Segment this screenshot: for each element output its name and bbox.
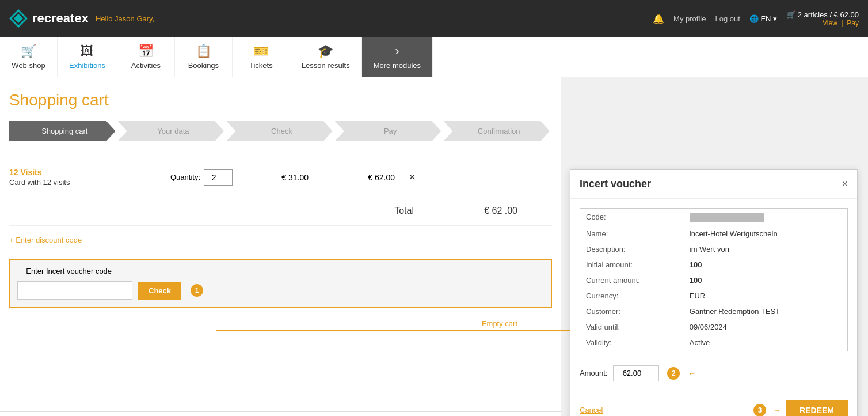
item-title: 12 Visits — [9, 168, 170, 177]
initial-amount-value: 100 — [685, 258, 846, 272]
empty-cart-row: Empty cart — [9, 312, 552, 328]
my-profile-link[interactable]: My profile — [673, 14, 706, 23]
empty-cart-link[interactable]: Empty cart — [482, 319, 517, 328]
voucher-minus: − — [17, 267, 22, 275]
name-label: Name: — [581, 226, 684, 241]
voucher-valid-until-row: Valid until: 09/06/2024 — [581, 320, 846, 334]
bell-icon[interactable]: 🔔 — [653, 13, 664, 24]
current-amount-value: 100 — [685, 273, 846, 288]
module-navigation: 🛒 Web shop 🖼 Exhibitions 📅 Activities 📋 … — [0, 37, 868, 77]
step-check: Check — [226, 121, 333, 141]
sidebar-item-bookings[interactable]: 📋 Bookings — [175, 37, 233, 77]
voucher-input-row: Check 1 — [17, 281, 544, 300]
voucher-input[interactable] — [17, 281, 132, 300]
voucher-info-table: Code: Name: incert-Hotel Wertgutschein D… — [580, 209, 847, 351]
valid-until-label: Valid until: — [581, 320, 684, 334]
discount-code-link[interactable]: + Enter discount code — [9, 236, 82, 244]
description-label: Description: — [581, 242, 684, 256]
exhibitions-icon: 🖼 — [81, 44, 93, 59]
voucher-info-box: Code: Name: incert-Hotel Wertgutschein D… — [580, 208, 848, 351]
code-value — [685, 210, 846, 225]
currency-value: EUR — [685, 289, 846, 303]
cart-item: 12 Visits Card with 12 visits Quantity: … — [9, 158, 552, 196]
bookings-icon: 📋 — [196, 44, 211, 59]
voucher-section: − Enter Incert voucher code Check 1 — [9, 259, 552, 308]
voucher-customer-row: Customer: Gantner Redemption TEST — [581, 304, 846, 319]
customer-label: Customer: — [581, 304, 684, 319]
logo: recreatex Hello Jason Gary, — [9, 9, 154, 28]
top-navigation: recreatex Hello Jason Gary, 🔔 My profile… — [0, 0, 868, 37]
main-wrapper: Shopping cart Shopping cart Your data Ch… — [0, 77, 868, 416]
code-label: Code: — [581, 210, 684, 225]
activities-label: Activities — [131, 61, 161, 70]
bookings-label: Bookings — [188, 61, 219, 70]
cart-item-unit-price: € 31.00 — [251, 173, 309, 182]
redeem-button[interactable]: REDEEM — [786, 400, 848, 416]
badge-1: 1 — [191, 284, 203, 297]
remove-item-button[interactable]: × — [395, 171, 429, 184]
panel-footer: Cancel 3 → REDEEM — [570, 395, 857, 416]
valid-until-value: 09/06/2024 — [685, 320, 846, 334]
step-pay: Pay — [335, 121, 441, 141]
currency-label: Currency: — [581, 289, 684, 303]
voucher-currency-row: Currency: EUR — [581, 289, 846, 303]
arrow-icon: → — [773, 406, 781, 415]
cart-item-quantity: Quantity: — [170, 169, 251, 186]
sidebar-item-exhibitions[interactable]: 🖼 Exhibitions — [58, 37, 117, 77]
main-content-area: Shopping cart Shopping cart Your data Ch… — [0, 77, 561, 416]
voucher-panel-header: Incert voucher × — [570, 170, 857, 199]
logo-greeting: Hello Jason Gary, — [96, 14, 154, 23]
lesson-results-icon: 🎓 — [318, 44, 333, 59]
quantity-label: Quantity: — [170, 173, 200, 181]
exhibitions-label: Exhibitions — [69, 61, 105, 70]
initial-amount-label: Initial amount: — [581, 258, 684, 272]
logout-link[interactable]: Log out — [715, 14, 740, 23]
cart-count[interactable]: 🛒 2 articles / € 62.00 — [786, 10, 859, 19]
amount-row: Amount: 2 ← — [580, 361, 848, 386]
step-your-data: Your data — [118, 121, 224, 141]
tickets-label: Tickets — [249, 61, 273, 70]
top-nav-links: 🔔 My profile Log out 🌐 EN ▾ 🛒 2 articles… — [653, 10, 859, 27]
total-amount: € 62 .00 — [431, 206, 517, 216]
validity-label: Validity: — [581, 335, 684, 350]
discount-section: + Enter discount code — [9, 235, 552, 249]
total-row: Total € 62 .00 — [9, 196, 552, 226]
logo-text: recreatex — [32, 11, 89, 26]
sidebar-item-activities[interactable]: 📅 Activities — [117, 37, 175, 77]
voucher-description-row: Description: im Wert von — [581, 242, 846, 256]
cart-pay-link[interactable]: Pay — [847, 19, 859, 27]
amount-input[interactable] — [613, 365, 659, 381]
description-value: im Wert von — [685, 242, 846, 256]
arrow-right-icon: ← — [688, 369, 696, 378]
cart-view-link[interactable]: View — [823, 19, 837, 27]
current-amount-label: Current amount: — [581, 273, 684, 288]
bottom-bar: CONTINUE SHOPPING CONTINUE — [0, 411, 561, 416]
check-button[interactable]: Check — [138, 282, 181, 300]
sidebar-item-webshop[interactable]: 🛒 Web shop — [0, 37, 58, 77]
step-confirmation: Confirmation — [443, 121, 550, 141]
cart-info: 🛒 2 articles / € 62.00 View | Pay — [786, 10, 859, 27]
activities-icon: 📅 — [138, 44, 154, 59]
cancel-link[interactable]: Cancel — [580, 406, 603, 414]
code-placeholder — [690, 213, 764, 222]
sidebar-item-more-modules[interactable]: › More modules — [362, 37, 433, 77]
language-selector[interactable]: 🌐 EN ▾ — [749, 14, 777, 23]
cart-actions: View | Pay — [823, 19, 859, 27]
sidebar-item-tickets[interactable]: 🎫 Tickets — [233, 37, 290, 77]
voucher-panel-close-button[interactable]: × — [842, 178, 848, 190]
voucher-initial-amount-row: Initial amount: 100 — [581, 258, 846, 272]
total-label: Total — [9, 206, 431, 216]
voucher-validity-row: Validity: Active — [581, 335, 846, 350]
logo-icon — [9, 9, 28, 28]
badge-3: 3 — [753, 404, 766, 416]
cart-item-total-price: € 62.00 — [309, 173, 395, 182]
voucher-title: − Enter Incert voucher code — [17, 267, 544, 275]
quantity-input[interactable] — [204, 169, 233, 186]
sidebar-item-lesson-results[interactable]: 🎓 Lesson results — [290, 37, 362, 77]
voucher-panel-body: Code: Name: incert-Hotel Wertgutschein D… — [570, 199, 857, 395]
voucher-code-row: Code: — [581, 210, 846, 225]
webshop-icon: 🛒 — [21, 44, 36, 59]
svg-marker-1 — [14, 14, 23, 23]
more-modules-label: More modules — [374, 61, 421, 70]
customer-value: Gantner Redemption TEST — [685, 304, 846, 319]
